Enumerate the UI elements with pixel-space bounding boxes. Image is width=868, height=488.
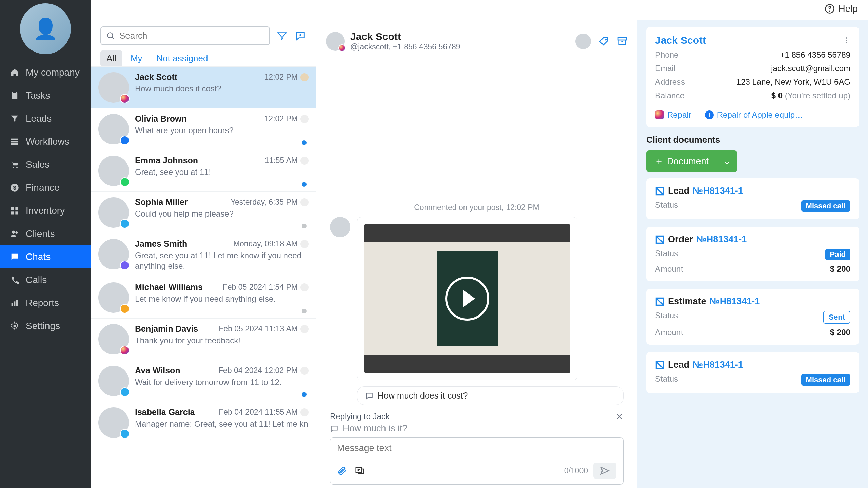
search-input[interactable] — [119, 30, 264, 41]
nav-label: Workflows — [26, 136, 70, 147]
nav-sales[interactable]: Sales — [0, 153, 91, 176]
document-card[interactable]: Lead №H81341-1 StatusMissed call — [646, 178, 859, 219]
svg-rect-4 — [11, 139, 18, 140]
archive-icon[interactable] — [617, 36, 628, 47]
chat-preview: Thank you for your feedback! — [135, 335, 309, 346]
chat-item[interactable]: Sophia Miller Yesterday, 6:35 PM Could y… — [91, 191, 316, 233]
chat-name: Benjamin Davis — [135, 324, 198, 334]
svg-point-16 — [15, 231, 18, 234]
chat-preview: Let me know if you need anything else. — [135, 293, 309, 304]
fb-link[interactable]: fRepair of Apple equip… — [705, 110, 803, 120]
svg-point-15 — [12, 231, 15, 234]
nav-label: Reports — [26, 298, 59, 308]
assignee-avatar[interactable] — [575, 34, 591, 49]
video-thumbnail[interactable] — [364, 224, 570, 373]
chat-preview: What are your open hours? — [135, 125, 309, 136]
thread-header: Jack Scott @jackscott, +1 856 4356 56789 — [316, 25, 637, 57]
svg-rect-19 — [16, 300, 18, 306]
nav-finance[interactable]: $Finance — [0, 176, 91, 199]
svg-rect-13 — [11, 211, 14, 214]
nav-chats[interactable]: Chats — [0, 245, 91, 268]
chat-item[interactable]: Jack Scott 12:02 PM How much does it cos… — [91, 66, 316, 108]
phone-icon — [9, 275, 20, 285]
sidebar: 👤 My company Tasks Leads Workflows Sales… — [0, 0, 91, 488]
send-button[interactable] — [593, 463, 616, 479]
help-icon[interactable] — [825, 4, 835, 14]
search-icon — [106, 32, 115, 40]
chat-item[interactable]: Emma Johnson 11:55 AM Great, see you at … — [91, 150, 316, 191]
unread-dot — [302, 224, 307, 228]
chat-time: 12:02 PM — [264, 114, 298, 123]
nav-label: Leads — [26, 113, 52, 124]
chat-avatar — [98, 239, 129, 269]
dollar-icon: $ — [9, 183, 20, 193]
status-badge: Missed call — [801, 200, 850, 212]
filter-icon[interactable] — [276, 30, 288, 42]
chats-column: Chats All My Not assigned Jack Scott 12:… — [91, 0, 316, 488]
button-label: Document — [667, 156, 709, 167]
chat-avatar — [98, 72, 129, 103]
nav-tasks[interactable]: Tasks — [0, 84, 91, 107]
document-card[interactable]: Lead №H81341-1 StatusMissed call — [646, 352, 859, 393]
instagram-icon — [338, 44, 346, 52]
close-reply-icon[interactable] — [615, 412, 624, 421]
help-link[interactable]: Help — [838, 3, 858, 14]
status-label: Status — [655, 249, 678, 260]
tab-not-assigned[interactable]: Not assigned — [151, 50, 214, 66]
svg-rect-24 — [356, 468, 362, 472]
ig-link[interactable]: Repair — [655, 110, 691, 120]
nav-label: Chats — [26, 251, 51, 262]
amount-label: Amount — [655, 328, 683, 337]
assignee-icon — [300, 157, 309, 165]
chat-time: Yesterday, 6:35 PM — [231, 198, 298, 207]
chat-item[interactable]: Isabella Garcia Feb 04 2024 11:55 AM Man… — [91, 402, 316, 443]
chat-item[interactable]: Benjamin Davis Feb 05 2024 11:13 AM Than… — [91, 318, 316, 360]
new-chat-icon[interactable] — [294, 30, 307, 42]
play-icon[interactable] — [445, 277, 489, 321]
nav-calls[interactable]: Calls — [0, 268, 91, 291]
video-card[interactable] — [357, 217, 577, 380]
nav-label: Clients — [26, 228, 55, 239]
message-input[interactable] — [337, 443, 616, 459]
svg-point-7 — [13, 167, 14, 168]
document-card[interactable]: Order №H81341-1 StatusPaid Amount$ 200 — [646, 227, 859, 281]
more-icon[interactable] — [842, 36, 850, 44]
nav-settings[interactable]: Settings — [0, 314, 91, 338]
chat-item[interactable]: Michael Williams Feb 05 2024 1:54 PM Let… — [91, 277, 316, 318]
chat-name: Emma Johnson — [135, 156, 198, 165]
nav-inventory[interactable]: Inventory — [0, 199, 91, 222]
nav-workflows[interactable]: Workflows — [0, 130, 91, 153]
contact-avatar[interactable] — [326, 32, 345, 51]
nav-reports[interactable]: Reports — [0, 291, 91, 314]
tab-all[interactable]: All — [100, 50, 122, 66]
nav-clients[interactable]: Clients — [0, 222, 91, 245]
chat-avatar — [98, 114, 129, 144]
chat-time: 11:55 AM — [265, 156, 298, 165]
tab-my[interactable]: My — [124, 50, 149, 66]
nav-my-company[interactable]: My company — [0, 61, 91, 84]
user-avatar[interactable]: 👤 — [20, 3, 71, 54]
chat-item[interactable]: Ava Wilson Feb 04 2024 12:02 PM Wait for… — [91, 360, 316, 402]
chevron-down-icon[interactable]: ⌄ — [717, 151, 737, 171]
doc-icon — [655, 297, 665, 306]
doc-type: Order — [668, 234, 693, 245]
reply-to-label: Replying to Jack — [330, 412, 390, 421]
chat-avatar — [98, 366, 129, 396]
chat-time: Feb 04 2024 12:02 PM — [218, 366, 298, 375]
new-document-button[interactable]: ＋Document ⌄ — [646, 150, 737, 172]
tag-icon[interactable] — [598, 36, 609, 47]
svg-rect-6 — [11, 143, 18, 145]
search-input-wrap[interactable] — [100, 26, 270, 45]
chat-item[interactable]: James Smith Monday, 09:18 AM Great, see … — [91, 233, 316, 277]
assignee-icon — [300, 198, 309, 206]
attach-icon[interactable] — [337, 466, 347, 476]
nav-label: Settings — [26, 321, 60, 331]
doc-number: №H81341-1 — [696, 234, 747, 245]
template-icon[interactable] — [355, 466, 365, 476]
nav-leads[interactable]: Leads — [0, 107, 91, 130]
status-label: Status — [655, 311, 678, 324]
document-card[interactable]: Estimate №H81341-1 StatusSent Amount$ 20… — [646, 289, 859, 345]
chat-preview: Manager name: Great, see you at 11! Let … — [135, 419, 309, 429]
unread-dot — [302, 140, 307, 145]
chat-item[interactable]: Olivia Brown 12:02 PM What are your open… — [91, 108, 316, 150]
